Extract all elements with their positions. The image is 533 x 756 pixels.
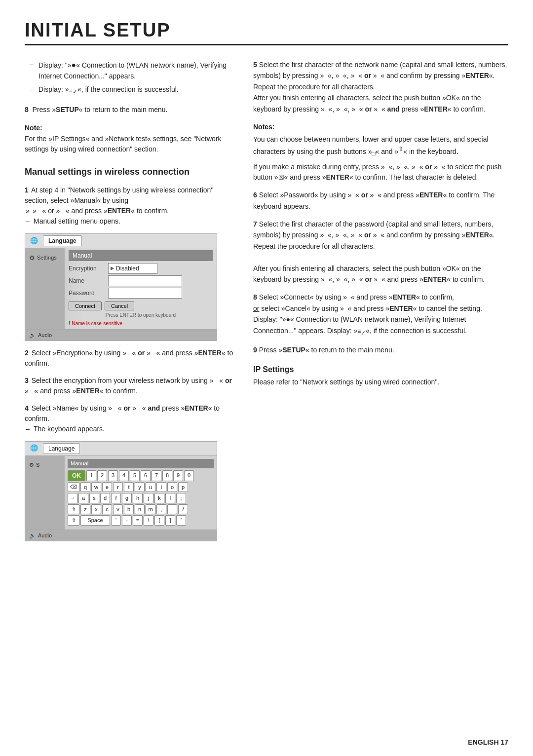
cancel-button[interactable]: Cancel (105, 302, 134, 310)
encryption-value: Disabled (108, 263, 157, 274)
key-z[interactable]: z (80, 504, 90, 515)
kb-content: ⚙ S Manual OK 1 2 3 (25, 456, 217, 529)
key-comma[interactable]: , (156, 504, 166, 515)
key-b[interactable]: b (124, 504, 134, 515)
language-tab[interactable]: Language (43, 235, 82, 246)
step-2-num: 2 (25, 349, 29, 357)
key-f[interactable]: f (111, 493, 121, 503)
kb-row-2: ⌫ q w e r t y u i o p (68, 482, 214, 492)
key-j[interactable]: j (144, 493, 153, 503)
right-column: 5 Select the first character of the netw… (253, 59, 508, 548)
key-q[interactable]: q (80, 482, 90, 492)
encryption-label: Encryption (69, 264, 108, 273)
left-column: Display: "»●« Connection to (WLAN networ… (25, 59, 233, 548)
menu-sidebar: ⚙ Settings (25, 248, 65, 329)
key-d[interactable]: d (100, 493, 110, 503)
key-p[interactable]: p (178, 482, 188, 492)
arrow-nav-key[interactable]: → (68, 493, 77, 503)
right-steps: 5 Select the first character of the netw… (253, 59, 508, 355)
ip-settings-text: Please refer to "Network settings by usi… (253, 377, 508, 387)
key-r[interactable]: r (113, 482, 123, 492)
key-a[interactable]: a (78, 493, 88, 503)
key-apos[interactable]: ' (111, 515, 121, 526)
notes-box: Notes: You can choose between numbers, l… (253, 121, 508, 183)
menu-top-bar: 🌐 Language (25, 234, 217, 248)
backspace-key[interactable]: ⌫ (68, 482, 79, 492)
menu-hint: Press ENTER to open keyboard (69, 311, 213, 319)
menu-title: Manual (69, 250, 213, 261)
notes-box-container: Notes: You can choose between numbers, l… (253, 121, 508, 183)
key-equals[interactable]: = (133, 515, 143, 526)
key-w[interactable]: w (91, 482, 101, 492)
menu-buttons: Connect Cancel (69, 302, 213, 310)
key-o[interactable]: o (167, 482, 177, 492)
key-l[interactable]: l (165, 493, 175, 503)
key-4[interactable]: 4 (119, 470, 129, 481)
warning-icon: ! (69, 320, 70, 327)
password-value[interactable] (108, 288, 182, 299)
key-0[interactable]: 0 (184, 470, 194, 481)
kb-language-tab[interactable]: Language (43, 443, 80, 454)
step-8-num: 8 (253, 293, 257, 301)
kb-settings-item: ⚙ S (27, 460, 63, 470)
key-k[interactable]: k (154, 493, 164, 503)
step-7-num: 7 (253, 220, 257, 228)
step-2: 2 Select »Encryption« by using » « or » … (25, 348, 233, 369)
key-3[interactable]: 3 (108, 470, 118, 481)
left-steps: 1 At step 4 in "Network settings by usin… (25, 185, 233, 542)
menu-warning-text: Name is case-sensitive (72, 320, 122, 327)
key-x[interactable]: x (91, 504, 101, 515)
menu-content: ⚙ Settings Manual Encryption Disabled (25, 248, 217, 329)
key-tick[interactable]: ' (176, 515, 186, 526)
kb-main: Manual OK 1 2 3 4 5 6 7 8 (65, 456, 217, 529)
notes-title: Notes: (253, 121, 508, 132)
key-5[interactable]: 5 (130, 470, 140, 481)
key-slash[interactable]: / (178, 504, 188, 515)
key-7[interactable]: 7 (152, 470, 161, 481)
key-c[interactable]: c (102, 504, 112, 515)
ok-key[interactable]: OK (68, 470, 85, 481)
key-y[interactable]: y (135, 482, 145, 492)
key-n[interactable]: n (135, 504, 145, 515)
key-9[interactable]: 9 (173, 470, 183, 481)
key-v[interactable]: v (113, 504, 123, 515)
shift-key-2[interactable]: ⇧ (68, 515, 79, 526)
key-2[interactable]: 2 (97, 470, 107, 481)
key-t[interactable]: t (124, 482, 134, 492)
kb-row-4: ⇧ z x c v b n m , . / (68, 504, 214, 515)
key-1[interactable]: 1 (86, 470, 96, 481)
space-key[interactable]: Space (80, 515, 110, 526)
connect-button[interactable]: Connect (69, 302, 102, 310)
shift-key-1[interactable]: ⇧ (68, 504, 79, 515)
kb-row-5: ⇧ Space ' - = \ [ ] ' (68, 515, 214, 526)
step-4: 4 Select »Name« by using » « or » « and … (25, 403, 233, 434)
key-period[interactable]: . (167, 504, 177, 515)
step-1: 1 At step 4 in "Network settings by usin… (25, 185, 233, 227)
key-s[interactable]: s (89, 493, 99, 503)
step-1-sub-2: Manual setting menu opens. (25, 216, 233, 227)
step-9-num: 9 (253, 346, 257, 354)
section-title: Manual settings in wireless connection (25, 166, 233, 178)
key-lbracket[interactable]: [ (154, 515, 164, 526)
step-3-num: 3 (25, 377, 29, 384)
key-g[interactable]: g (122, 493, 132, 503)
key-backslash[interactable]: \ (144, 515, 153, 526)
key-u[interactable]: u (146, 482, 155, 492)
press-setup-line: 8 Press »SETUP« to return to the main me… (25, 105, 233, 115)
language-icon: 🌐 (30, 236, 38, 246)
key-8[interactable]: 8 (162, 470, 172, 481)
kb-title: Manual (68, 459, 214, 468)
name-value[interactable] (108, 275, 182, 286)
audio-icon: 🔊 (29, 331, 36, 340)
or-label: or (253, 304, 259, 312)
key-m[interactable]: m (146, 504, 155, 515)
key-e[interactable]: e (102, 482, 112, 492)
key-h[interactable]: h (133, 493, 143, 503)
key-6[interactable]: 6 (141, 470, 151, 481)
menu-warning-row: ! Name is case-sensitive (69, 320, 213, 327)
key-rbracket[interactable]: ] (165, 515, 175, 526)
menu-screenshot-1: 🌐 Language ⚙ Settings Manual (25, 233, 217, 341)
key-minus[interactable]: - (122, 515, 132, 526)
key-i[interactable]: i (156, 482, 166, 492)
key-semicolon[interactable]: ; (176, 493, 186, 503)
